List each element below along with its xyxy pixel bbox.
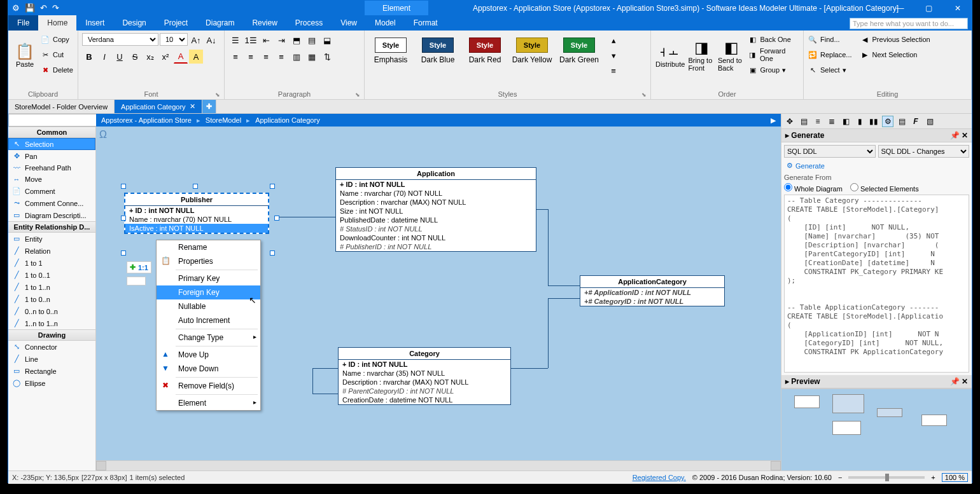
registered-link[interactable]: Registered Copy. (633, 474, 686, 481)
rt-icon-5[interactable]: ◧ (840, 116, 851, 127)
scroll-right-icon[interactable] (771, 461, 781, 470)
generate-panel-header[interactable]: ▸ Generate 📌 ✕ (781, 129, 972, 142)
selection-handle[interactable] (121, 250, 126, 256)
entity-row[interactable]: Description : nvarchar (MAX) NOT NULL (336, 198, 536, 207)
rt-icon-3[interactable]: ≡ (812, 116, 823, 127)
styles-up-icon[interactable]: ▴ (606, 33, 620, 47)
menu-insert[interactable]: Insert (76, 15, 113, 31)
menu-design[interactable]: Design (113, 15, 155, 31)
app-icon[interactable]: ⚙ (12, 3, 20, 13)
cm-change-type[interactable]: Change Type▸ (157, 331, 260, 345)
menu-project[interactable]: Project (155, 15, 197, 31)
entity-row[interactable]: # StatusID : int NOT NULL (336, 224, 536, 233)
grow-font-icon[interactable]: A↑ (189, 33, 203, 47)
indent-icon[interactable]: ⇥ (274, 33, 288, 47)
menu-diagram[interactable]: Diagram (197, 15, 243, 31)
valign-bot-icon[interactable]: ⬓ (320, 33, 334, 47)
next-selection-button[interactable]: ▶Next Selection (860, 48, 930, 61)
sort-icon[interactable]: ⇅ (320, 50, 334, 64)
font-color-icon[interactable]: A (174, 50, 188, 64)
pin-icon[interactable]: 📌 (950, 131, 960, 140)
outdent-icon[interactable]: ⇤ (259, 33, 273, 47)
cm-remove-fields[interactable]: ✖Remove Field(s) (157, 379, 260, 393)
entity-row[interactable]: + ID : int NOT NULL (125, 206, 268, 215)
align-center-icon[interactable]: ≡ (244, 50, 258, 64)
helper-box-2[interactable] (127, 277, 146, 285)
align-right-icon[interactable]: ≡ (259, 50, 273, 64)
tool-diagram-desc[interactable]: ▭Diagram Descripti... (8, 209, 95, 221)
entity-row[interactable]: +# CategoryID : int NOT NULL (580, 297, 724, 306)
zoom-slider[interactable] (848, 476, 925, 479)
cm-move-down[interactable]: ▼Move Down (157, 362, 260, 376)
subscript-icon[interactable]: x₂ (143, 50, 157, 64)
preview-thumbnail[interactable] (781, 388, 972, 470)
styles-down-icon[interactable]: ▾ (606, 48, 620, 62)
close-tab-icon[interactable]: ✕ (190, 102, 195, 111)
back-one-button[interactable]: ◧Back One (748, 33, 799, 46)
tool-1-to-0-1[interactable]: ╱1 to 0..1 (8, 269, 95, 281)
menu-model[interactable]: Model (366, 15, 405, 31)
tool-comment[interactable]: 📄Comment (8, 185, 95, 197)
cm-auto-increment[interactable]: Auto Increment (157, 313, 260, 327)
strike-icon[interactable]: S (128, 50, 142, 64)
style-dark-green[interactable]: StyleDark Green (557, 33, 601, 68)
tool-0n-to-0n[interactable]: ╱0..n to 0..n (8, 305, 95, 317)
tool-freehand[interactable]: 〰Freehand Path (8, 162, 95, 174)
entity-category[interactable]: Category + ID : int NOT NULL Name : nvar… (338, 347, 511, 405)
numbering-icon[interactable]: 1☰ (244, 33, 258, 47)
menu-home[interactable]: Home (38, 15, 76, 31)
tool-connector[interactable]: ⤡Connector (8, 341, 95, 353)
align-justify-icon[interactable]: ≡ (274, 50, 288, 64)
superscript-icon[interactable]: x² (158, 50, 172, 64)
cm-element[interactable]: Element▸ (157, 396, 260, 410)
qat-undo-icon[interactable]: ↶ (40, 3, 47, 13)
copy-button[interactable]: 📄Copy (40, 33, 73, 46)
bring-to-front-button[interactable]: ◨Bring to Front (688, 33, 715, 78)
entity-row-selected[interactable]: IsActive : int NOT NULL (125, 224, 268, 233)
rt-icon-1[interactable]: ✥ (784, 116, 795, 127)
minimize-button[interactable]: — (886, 1, 914, 15)
doc-tab-folder-overview[interactable]: StoreModel - Folder Overview (8, 100, 115, 113)
bold-icon[interactable]: B (82, 50, 96, 64)
selection-handle[interactable] (193, 184, 198, 189)
qat-redo-icon[interactable]: ↷ (52, 3, 59, 13)
valign-mid-icon[interactable]: ▤ (305, 33, 319, 47)
tool-entity[interactable]: ▭Entity (8, 233, 95, 245)
style-dark-yellow[interactable]: StyleDark Yellow (510, 33, 554, 68)
entity-row[interactable]: Name : nvarchar (70) NOT NULL (336, 189, 536, 198)
rt-icon-4[interactable]: ≣ (826, 116, 837, 127)
tool-selection[interactable]: ↖Selection (8, 138, 95, 150)
selection-handle[interactable] (121, 184, 126, 189)
bullets-icon[interactable]: ☰ (228, 33, 242, 47)
breadcrumb-root[interactable]: Appstorex - Application Store (101, 116, 192, 124)
style-emphasis[interactable]: StyleEmphasis (368, 33, 413, 68)
selection-handle[interactable] (270, 250, 275, 256)
selection-handle[interactable] (121, 216, 126, 221)
styles-more-icon[interactable]: ≡ (606, 64, 620, 78)
italic-icon[interactable]: I (97, 50, 111, 64)
menu-format[interactable]: Format (405, 15, 447, 31)
rt-icon-11[interactable]: ▧ (924, 116, 935, 127)
breadcrumb-storemodel[interactable]: StoreModel (206, 116, 241, 124)
entity-row[interactable]: + ID : int NOT NULL (339, 360, 510, 369)
add-tab-button[interactable]: ✚ (202, 100, 216, 113)
tool-pan[interactable]: ✥Pan (8, 150, 95, 162)
entity-applicationcategory[interactable]: ApplicationCategory +# ApplicationID : i… (580, 275, 725, 306)
rt-icon-9[interactable]: ▤ (896, 116, 907, 127)
sql-profile-select-2[interactable]: SQL DDL - Changes (878, 145, 970, 158)
tell-me-input[interactable]: Type here what you want to do... (850, 18, 968, 29)
qat-save-icon[interactable]: 💾 (25, 3, 35, 13)
replace-button[interactable]: 🔁Replace... (808, 48, 852, 61)
entity-row[interactable]: Name : nvarchar (70) NOT NULL (125, 215, 268, 224)
horizontal-scrollbar[interactable] (96, 460, 781, 470)
tool-comment-connector[interactable]: ⤳Comment Conne... (8, 197, 95, 209)
tool-1-to-0-n[interactable]: ╱1 to 0..n (8, 293, 95, 305)
style-dark-red[interactable]: StyleDark Red (463, 33, 507, 68)
entity-publisher[interactable]: Publisher + ID : int NOT NULL Name : nva… (124, 193, 269, 234)
zoom-in-icon[interactable]: + (931, 474, 935, 481)
entity-row[interactable]: +# ApplicationID : int NOT NULL (580, 288, 724, 297)
cm-primary-key[interactable]: Primary Key (157, 271, 260, 285)
breadcrumb-nav-icon[interactable]: ▶ (771, 116, 776, 125)
tool-1-to-1[interactable]: ╱1 to 1 (8, 257, 95, 269)
close-button[interactable]: ✕ (943, 1, 972, 15)
